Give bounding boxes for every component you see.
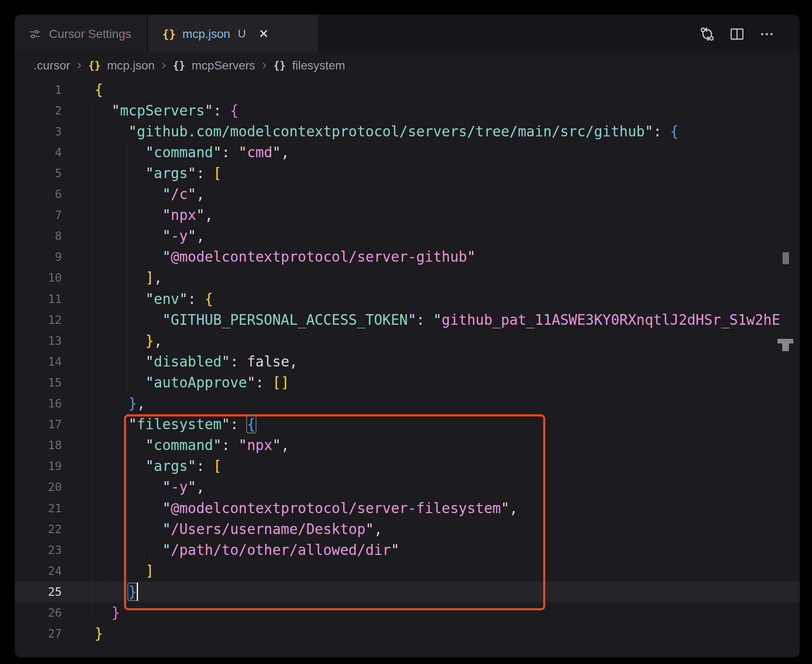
line-number[interactable]: 2 <box>32 100 62 121</box>
code-line: ] <box>95 560 154 581</box>
code-line: "/c", <box>95 184 204 205</box>
code-line: "/path/to/other/allowed/dir" <box>95 540 399 560</box>
line-number[interactable]: 26 <box>32 602 62 623</box>
code-token <box>95 269 145 286</box>
code-token: @modelcontextprotocol/server-github <box>171 248 467 265</box>
code-line: "args": [ <box>95 163 222 184</box>
code-token <box>95 291 145 307</box>
code-token: " <box>162 479 171 495</box>
line-number[interactable]: 11 <box>32 289 62 309</box>
code-token: { <box>247 416 256 433</box>
code-line: "GITHUB_PERSONAL_ACCESS_TOKEN": "github_… <box>95 309 780 330</box>
code-token: -y <box>171 479 188 495</box>
code-line: ], <box>95 267 162 288</box>
code-token: ": <box>222 416 247 433</box>
code-editor[interactable]: 1{2 "mcpServers": {3 "github.com/modelco… <box>15 15 800 657</box>
code-token: " <box>145 291 154 307</box>
line-number[interactable]: 8 <box>32 225 62 246</box>
code-token: ": <box>204 102 230 119</box>
code-token: , <box>137 395 145 412</box>
line-number[interactable]: 24 <box>32 560 62 581</box>
line-number[interactable]: 14 <box>32 351 62 372</box>
code-token: { <box>95 81 103 98</box>
code-line: } <box>95 602 120 623</box>
code-token <box>95 542 162 558</box>
line-number[interactable]: 21 <box>32 498 62 519</box>
line-number[interactable]: 16 <box>32 393 62 414</box>
code-line: "env": { <box>95 289 213 309</box>
overview-ruler-mark <box>777 339 793 344</box>
code-line: "github.com/modelcontextprotocol/servers… <box>95 121 679 142</box>
line-number[interactable]: 20 <box>32 476 62 497</box>
editor-window: Cursor Settings {} mcp.json U ✕ <box>15 15 800 657</box>
code-token <box>95 207 162 223</box>
code-token: /c <box>171 186 188 202</box>
line-number[interactable]: 22 <box>32 519 62 540</box>
line-number[interactable]: 4 <box>32 142 62 163</box>
code-token: " <box>162 228 171 244</box>
code-token <box>95 186 162 202</box>
code-token: autoApprove <box>154 374 247 391</box>
code-token <box>95 144 145 161</box>
code-token <box>95 416 128 433</box>
code-line: "/Users/username/Desktop", <box>95 519 383 540</box>
code-token: " <box>145 144 154 161</box>
code-token: } <box>128 395 137 412</box>
code-token: @modelcontextprotocol/server-filesystem <box>171 500 501 517</box>
code-line: "-y", <box>95 476 204 497</box>
code-token: " <box>145 374 154 391</box>
indent-guide <box>93 100 94 624</box>
code-token: ", <box>366 521 383 537</box>
code-token: " <box>467 248 475 265</box>
code-token: filesystem <box>137 416 222 433</box>
line-number[interactable]: 9 <box>32 246 62 267</box>
code-token: , <box>154 332 162 349</box>
code-token: ", <box>188 228 205 244</box>
code-token: github_pat_11ASWE3KY0RXnqtlJ2dHSr_S1w2hE <box>442 312 780 328</box>
line-number[interactable]: 6 <box>32 184 62 205</box>
code-token: " <box>162 248 171 265</box>
code-token: ] <box>145 269 154 286</box>
line-number[interactable]: 3 <box>32 121 62 142</box>
code-token: ": <box>222 353 247 370</box>
text-cursor <box>137 583 138 601</box>
code-token: " <box>145 165 154 182</box>
code-token: } <box>112 604 120 621</box>
code-token: ": " <box>213 437 247 453</box>
code-token: ", <box>272 437 289 453</box>
code-token: disabled <box>154 353 222 370</box>
code-token <box>95 123 128 140</box>
code-token: /path/to/other/allowed/dir <box>171 542 391 558</box>
line-number[interactable]: 5 <box>32 163 62 184</box>
code-token <box>95 604 112 621</box>
line-number[interactable]: 13 <box>32 330 62 351</box>
code-token: ", <box>188 186 205 202</box>
code-token: " <box>391 542 399 558</box>
code-token: " <box>145 458 154 474</box>
line-number[interactable]: 1 <box>32 79 62 100</box>
code-token: args <box>154 458 187 474</box>
code-token: { <box>204 291 213 307</box>
line-number[interactable]: 23 <box>32 540 62 560</box>
code-line: "command": "cmd", <box>95 142 289 163</box>
code-token: } <box>145 332 154 349</box>
line-number[interactable]: 7 <box>32 205 62 225</box>
line-number[interactable]: 17 <box>32 414 62 435</box>
code-token: command <box>154 144 213 161</box>
line-number[interactable]: 15 <box>32 372 62 393</box>
code-token: ": " <box>213 144 247 161</box>
code-line: "-y", <box>95 225 204 246</box>
line-number[interactable]: 19 <box>32 456 62 476</box>
code-token <box>95 458 145 474</box>
code-token: ": <box>179 291 205 307</box>
line-number[interactable]: 27 <box>32 623 62 644</box>
code-token: , <box>154 269 162 286</box>
line-number[interactable]: 10 <box>32 267 62 288</box>
code-token: ", <box>501 500 518 517</box>
code-line: "filesystem": { <box>95 414 256 435</box>
code-token: { <box>230 102 239 119</box>
line-number[interactable]: 25 <box>32 581 62 602</box>
line-number[interactable]: 18 <box>32 435 62 456</box>
code-token: -y <box>171 228 188 244</box>
line-number[interactable]: 12 <box>32 309 62 330</box>
